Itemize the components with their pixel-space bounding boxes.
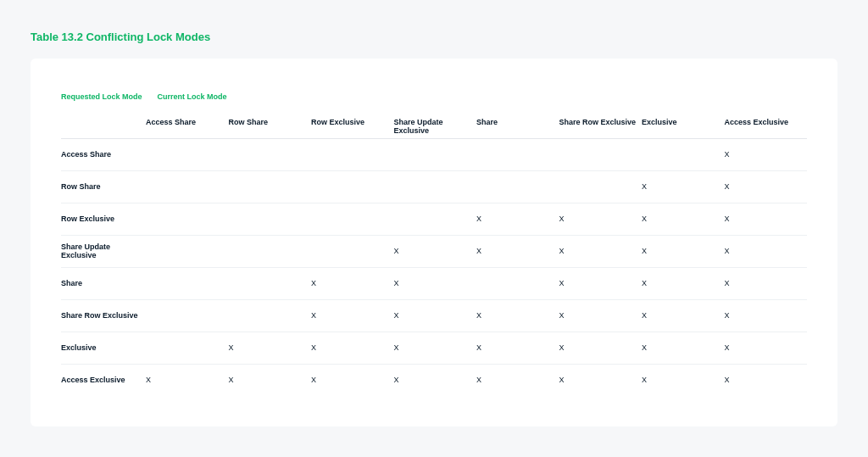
col-header: Access Share: [146, 118, 229, 138]
table-row: Row ExclusiveXXXX: [61, 203, 807, 235]
table-row: ShareXXXXX: [61, 267, 807, 299]
table-legend: Requested Lock Mode Current Lock Mode: [61, 92, 807, 101]
conflict-cell: X: [559, 203, 643, 235]
conflict-cell: [146, 332, 229, 364]
conflict-cell: [476, 170, 559, 203]
conflict-cell: X: [725, 332, 808, 364]
page-title: Table 13.2 Conflicting Lock Modes: [0, 0, 868, 43]
col-header: Row Share: [229, 118, 312, 138]
conflict-cell: X: [559, 235, 643, 267]
conflict-cell: X: [725, 235, 808, 267]
conflict-cell: [229, 267, 312, 299]
conflict-cell: [394, 203, 477, 235]
row-label: Row Exclusive: [61, 203, 146, 235]
col-header: Exclusive: [642, 118, 725, 138]
legend-row-label: Requested Lock Mode: [61, 92, 142, 101]
row-label: Share Row Exclusive: [61, 299, 146, 332]
table-card: Requested Lock Mode Current Lock Mode Ac…: [31, 59, 837, 426]
conflict-cell: [229, 170, 312, 203]
col-header: Row Exclusive: [311, 118, 394, 138]
conflict-cell: X: [642, 267, 725, 299]
conflict-cell: X: [725, 299, 808, 332]
table-row: Access ExclusiveXXXXXXXX: [61, 364, 807, 396]
table-row: Share Row ExclusiveXXXXXX: [61, 299, 807, 332]
col-header: Share Update Exclusive: [394, 118, 477, 138]
conflict-cell: X: [642, 332, 725, 364]
conflict-cell: X: [394, 235, 477, 267]
conflict-cell: [229, 299, 312, 332]
conflict-cell: X: [559, 299, 643, 332]
conflict-cell: X: [311, 332, 394, 364]
col-header: Share: [476, 118, 559, 138]
conflict-cell: X: [642, 364, 725, 396]
col-header-empty: [61, 118, 146, 138]
col-header: Share Row Exclusive: [559, 118, 643, 138]
conflict-cell: [146, 235, 229, 267]
conflict-cell: X: [725, 170, 808, 203]
conflict-cell: [642, 138, 725, 170]
row-label: Share: [61, 267, 146, 299]
table-row: Row ShareXX: [61, 170, 807, 203]
conflict-cell: X: [725, 138, 808, 170]
conflict-cell: X: [559, 364, 643, 396]
conflict-cell: X: [476, 235, 559, 267]
conflict-cell: X: [725, 203, 808, 235]
conflict-cell: [476, 267, 559, 299]
conflict-cell: X: [229, 364, 312, 396]
table-header-row: Access Share Row Share Row Exclusive Sha…: [61, 118, 807, 138]
conflict-cell: X: [476, 203, 559, 235]
row-label: Access Share: [61, 138, 146, 170]
legend-col-label: Current Lock Mode: [158, 92, 227, 101]
conflict-cell: [394, 170, 477, 203]
conflict-cell: [146, 138, 229, 170]
conflict-cell: [146, 267, 229, 299]
conflict-cell: [311, 138, 394, 170]
col-header: Access Exclusive: [725, 118, 808, 138]
conflict-cell: X: [394, 299, 477, 332]
conflict-cell: [476, 138, 559, 170]
conflict-cell: [146, 299, 229, 332]
conflict-cell: X: [394, 332, 477, 364]
conflict-cell: [146, 203, 229, 235]
table-row: Share Update ExclusiveXXXXX: [61, 235, 807, 267]
conflict-cell: X: [229, 332, 312, 364]
conflict-table: Access Share Row Share Row Exclusive Sha…: [61, 118, 807, 396]
conflict-cell: [311, 235, 394, 267]
conflict-cell: X: [476, 332, 559, 364]
conflict-cell: X: [559, 332, 643, 364]
conflict-cell: X: [311, 267, 394, 299]
conflict-cell: X: [311, 364, 394, 396]
conflict-cell: [229, 235, 312, 267]
conflict-cell: X: [642, 299, 725, 332]
conflict-cell: X: [394, 364, 477, 396]
conflict-cell: [559, 170, 643, 203]
conflict-cell: X: [642, 170, 725, 203]
conflict-cell: X: [559, 267, 643, 299]
table-row: ExclusiveXXXXXXX: [61, 332, 807, 364]
conflict-cell: X: [476, 364, 559, 396]
conflict-cell: X: [394, 267, 477, 299]
conflict-cell: [311, 170, 394, 203]
conflict-cell: X: [642, 235, 725, 267]
conflict-cell: X: [725, 267, 808, 299]
conflict-cell: X: [476, 299, 559, 332]
conflict-cell: [559, 138, 643, 170]
conflict-cell: [394, 138, 477, 170]
conflict-cell: [146, 170, 229, 203]
conflict-cell: [229, 203, 312, 235]
conflict-cell: [311, 203, 394, 235]
row-label: Exclusive: [61, 332, 146, 364]
conflict-cell: X: [146, 364, 229, 396]
table-row: Access ShareX: [61, 138, 807, 170]
conflict-cell: X: [642, 203, 725, 235]
row-label: Row Share: [61, 170, 146, 203]
conflict-cell: X: [725, 364, 808, 396]
row-label: Share Update Exclusive: [61, 235, 146, 267]
conflict-cell: X: [311, 299, 394, 332]
row-label: Access Exclusive: [61, 364, 146, 396]
conflict-cell: [229, 138, 312, 170]
